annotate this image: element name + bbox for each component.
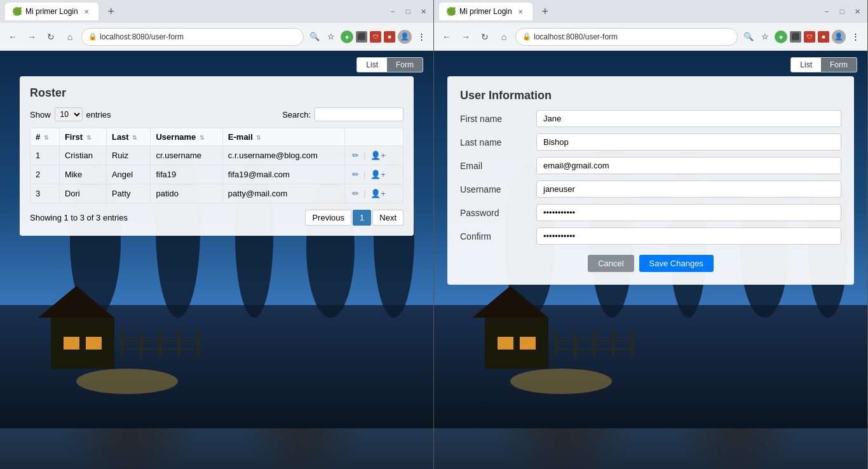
col-header-email[interactable]: E-mail ⇅ <box>222 128 344 146</box>
redsq-icon-left[interactable]: ■ <box>384 31 395 43</box>
close-btn-right[interactable]: ✕ <box>852 6 862 17</box>
first-name-row: First name <box>460 110 841 127</box>
tab-close-right[interactable]: ✕ <box>516 7 525 16</box>
search-box: Search: <box>282 107 403 121</box>
close-btn-left[interactable]: ✕ <box>418 6 428 17</box>
col-header-first[interactable]: First ⇅ <box>59 128 106 146</box>
cell-username: fifa19 <box>151 165 222 184</box>
tab-title-right: Mi primer Login <box>459 7 512 16</box>
refresh-btn-left[interactable]: ↻ <box>43 29 58 44</box>
maximize-btn-left[interactable]: □ <box>403 6 413 17</box>
redsq-icon-right[interactable]: ■ <box>818 31 829 43</box>
next-btn[interactable]: Next <box>372 210 403 226</box>
svg-rect-32 <box>574 334 576 358</box>
search-icon-left[interactable]: 🔍 <box>308 30 322 44</box>
pagination-btns: Previous 1 Next <box>305 210 403 226</box>
col-header-username[interactable]: Username ⇅ <box>151 128 222 146</box>
cell-actions: ✏ | 👤+ <box>344 165 403 184</box>
svg-rect-37 <box>555 348 634 350</box>
search-icon-right[interactable]: 🔍 <box>742 30 756 44</box>
password-input[interactable] <box>536 204 841 221</box>
confirm-input[interactable] <box>536 228 841 245</box>
list-tab-left[interactable]: List <box>357 58 387 72</box>
home-btn-right[interactable]: ⌂ <box>496 29 512 44</box>
svg-rect-12 <box>121 330 123 356</box>
entries-label: entries <box>86 110 111 119</box>
tab-close-left[interactable]: ✕ <box>82 7 91 16</box>
toolbar-icons-left: 🔍 ☆ ● ⬛ 🛡 ■ 👤 ⋮ <box>308 30 428 44</box>
avatar-left[interactable]: 👤 <box>398 30 412 44</box>
tab-favicon-right: 🌿 <box>447 7 456 16</box>
left-browser-window: 🌿 Mi primer Login ✕ + − □ ✕ ← → ↻ ⌂ 🔒 lo… <box>0 0 434 469</box>
user-info-title: User Information <box>460 89 841 102</box>
last-name-label: Last name <box>460 137 536 147</box>
url-bar-right[interactable]: 🔒 localhost:8080/user-form <box>515 28 738 46</box>
save-changes-button[interactable]: Save Changes <box>639 255 714 272</box>
back-btn-right[interactable]: ← <box>439 29 454 44</box>
menu-icon-left[interactable]: ⋮ <box>414 30 428 44</box>
menu-icon-right[interactable]: ⋮ <box>848 30 862 44</box>
home-btn-left[interactable]: ⌂ <box>62 29 78 44</box>
svg-rect-31 <box>555 330 557 356</box>
extensions-icon-right[interactable]: ⬛ <box>790 31 801 43</box>
page-1-btn[interactable]: 1 <box>353 210 371 226</box>
user-info-panel: User Information First name Last name Em… <box>447 76 854 285</box>
email-row: Email <box>460 157 841 174</box>
browser-tab-right[interactable]: 🌿 Mi primer Login ✕ <box>439 3 532 20</box>
new-tab-btn-left[interactable]: + <box>102 3 120 20</box>
minimize-btn-left[interactable]: − <box>388 6 398 17</box>
cancel-button[interactable]: Cancel <box>588 255 634 272</box>
list-tab-right[interactable]: List <box>791 58 821 72</box>
edit-btn[interactable]: ✏ <box>350 169 361 180</box>
extensions-icon-left[interactable]: ⬛ <box>356 31 367 43</box>
cell-actions: ✏ | 👤+ <box>344 184 403 203</box>
email-input[interactable] <box>536 157 841 174</box>
user-add-btn[interactable]: 👤+ <box>369 169 388 180</box>
url-bar-left[interactable]: 🔒 localhost:8080/user-form <box>81 28 304 46</box>
tab-favicon-left: 🌿 <box>13 7 22 16</box>
avatar-right[interactable]: 👤 <box>832 30 846 44</box>
new-tab-btn-right[interactable]: + <box>536 3 554 20</box>
refresh-btn-right[interactable]: ↻ <box>477 29 492 44</box>
user-add-btn[interactable]: 👤+ <box>369 150 388 161</box>
cell-num: 2 <box>31 165 60 184</box>
forward-btn-right[interactable]: → <box>458 29 473 44</box>
show-entries: Show 10 25 50 entries <box>30 107 111 121</box>
maximize-btn-right[interactable]: □ <box>837 6 847 17</box>
username-row: Username <box>460 180 841 198</box>
browser-tab-left[interactable]: 🌿 Mi primer Login ✕ <box>5 3 98 20</box>
form-actions: Cancel Save Changes <box>460 255 841 272</box>
firefox-icon-left[interactable]: ● <box>341 31 353 43</box>
prev-btn[interactable]: Previous <box>305 210 351 226</box>
firefox-icon-right[interactable]: ● <box>775 31 787 43</box>
last-name-input[interactable] <box>536 133 841 151</box>
cell-first: Dori <box>59 184 106 203</box>
svg-rect-34 <box>612 329 614 356</box>
roster-panel-container: Roster Show 10 25 50 entries Search: <box>13 76 421 236</box>
entries-select[interactable]: 10 25 50 <box>55 107 83 121</box>
cell-first: Mike <box>59 165 106 184</box>
col-header-last[interactable]: Last ⇅ <box>106 128 151 146</box>
star-icon-left[interactable]: ☆ <box>324 30 338 44</box>
col-header-num[interactable]: # ⇅ <box>31 128 60 146</box>
svg-rect-15 <box>178 329 180 356</box>
search-input[interactable] <box>315 107 403 121</box>
first-name-input[interactable] <box>536 110 841 127</box>
username-input[interactable] <box>536 180 841 198</box>
star-icon-right[interactable]: ☆ <box>758 30 772 44</box>
edit-btn[interactable]: ✏ <box>350 150 361 161</box>
back-btn-left[interactable]: ← <box>5 29 20 44</box>
form-tab-left[interactable]: Form <box>387 58 423 72</box>
form-tab-right[interactable]: Form <box>821 58 857 72</box>
shield-icon-right[interactable]: 🛡 <box>804 31 815 43</box>
user-add-btn[interactable]: 👤+ <box>369 188 388 199</box>
edit-btn[interactable]: ✏ <box>350 188 361 199</box>
minimize-btn-right[interactable]: − <box>822 6 832 17</box>
shield-icon-left[interactable]: 🛡 <box>370 31 381 43</box>
cell-email: patty@mail.com <box>222 184 344 203</box>
svg-rect-7 <box>51 318 114 369</box>
forward-btn-left[interactable]: → <box>24 29 39 44</box>
svg-point-30 <box>510 369 612 394</box>
svg-rect-16 <box>197 330 200 356</box>
page-content-left: List Form Roster Show 10 25 50 entries <box>0 51 433 469</box>
